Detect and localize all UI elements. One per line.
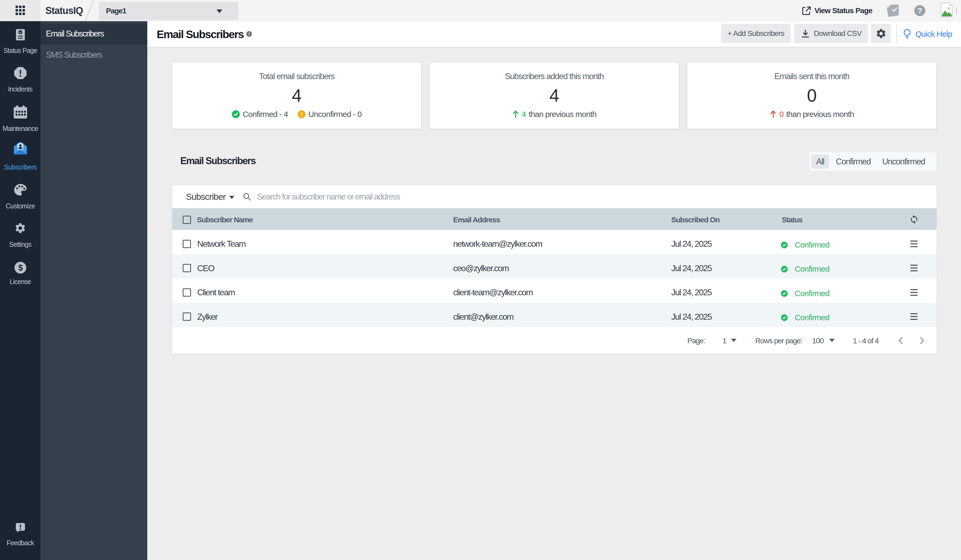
svg-text:$: $: [18, 263, 22, 273]
